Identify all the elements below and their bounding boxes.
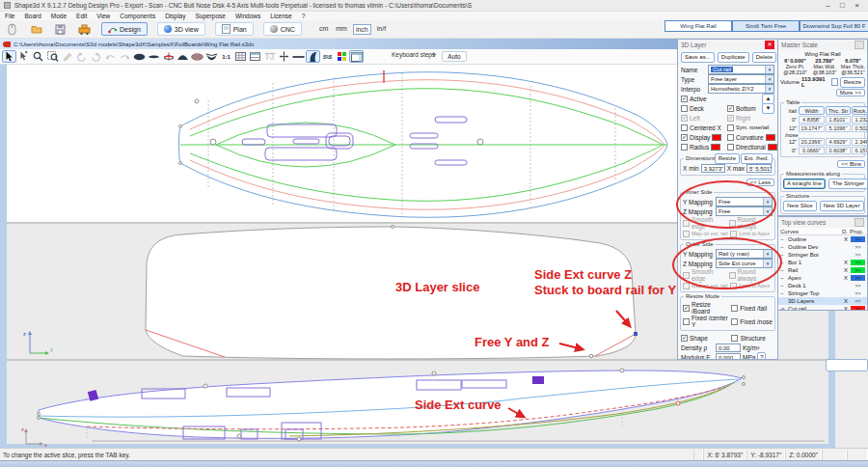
layer-type-combo[interactable]: Free layer▾ xyxy=(708,74,774,84)
curve-row-apex[interactable]: ~ApexX>> xyxy=(778,274,867,282)
table-cell[interactable]: 6.1577" xyxy=(852,147,868,154)
open-folder-icon[interactable] xyxy=(29,23,43,36)
select-multi-icon[interactable] xyxy=(16,50,31,63)
guidelines-icon[interactable] xyxy=(248,50,262,63)
prop-button[interactable]: << xyxy=(851,298,865,304)
btns-toggle-button[interactable]: << Btns xyxy=(837,160,865,168)
rotate-cw-icon[interactable] xyxy=(89,50,103,63)
fixed-tail-checkbox[interactable] xyxy=(731,305,738,312)
tab-wing-flat-rail[interactable]: Wing Flat Rail xyxy=(665,20,732,32)
save-as-button[interactable]: Save as... xyxy=(681,52,715,63)
prop-button[interactable]: >> xyxy=(851,283,865,288)
inner-map-ext-checkbox[interactable] xyxy=(683,231,690,237)
panel-options-icon[interactable] xyxy=(854,41,864,49)
curve-row-deck-1[interactable]: ~Deck 1>> xyxy=(778,282,867,289)
design-mode-button[interactable]: Design xyxy=(101,22,148,36)
unit-in-f[interactable]: in/f xyxy=(375,24,388,35)
slice-outer-control-point[interactable] xyxy=(634,332,637,336)
col-rock-button[interactable]: Rock. Str xyxy=(852,106,868,115)
col-thic-button[interactable]: Thic. Str xyxy=(826,106,851,115)
deck-view-icon[interactable] xyxy=(176,50,190,63)
new-slice-button[interactable]: New Slice xyxy=(783,201,817,211)
cnc-button[interactable]: CNC xyxy=(263,22,302,36)
curve-row-rail[interactable]: ~RailX>> xyxy=(778,266,867,274)
zoom-area-icon[interactable] xyxy=(45,50,60,63)
perspective-view-icon[interactable] xyxy=(204,50,219,63)
table-cell[interactable]: 5.1096" xyxy=(826,124,851,132)
inner-limit-apex-checkbox[interactable] xyxy=(730,231,737,237)
col-width-button[interactable]: Width xyxy=(799,106,825,115)
curve-row-cut-rail[interactable]: ⊗Cut railX>> xyxy=(778,305,867,311)
menu-view[interactable]: View xyxy=(92,13,115,19)
profile-view-icon[interactable] xyxy=(147,50,161,63)
curvature-checkbox[interactable] xyxy=(727,134,734,141)
duplicate-button[interactable]: Duplicate xyxy=(718,52,749,63)
deck-checkbox[interactable] xyxy=(681,105,688,112)
table-cell[interactable]: 0.5029" xyxy=(852,124,868,132)
curve-row-stringer-top[interactable]: ~Stringer Top>> xyxy=(778,289,867,297)
prop-button[interactable]: >> xyxy=(851,290,865,296)
symmetry-icon[interactable] xyxy=(277,50,291,63)
prop-button[interactable]: >> xyxy=(851,236,865,242)
table-cell[interactable]: 1.2327" xyxy=(852,116,868,124)
display-color-swatch[interactable] xyxy=(712,134,721,141)
menu-superpose[interactable]: Superpose xyxy=(190,13,230,19)
resize-board-checkbox[interactable]: ✓ xyxy=(683,305,690,312)
plan-button[interactable]: Plan xyxy=(215,22,254,36)
outline-view-icon[interactable] xyxy=(132,50,147,63)
right-checkbox[interactable]: ✓ xyxy=(727,115,734,122)
directional-checkbox[interactable] xyxy=(727,144,734,151)
curve-row-3d-layers[interactable]: 3D LayersX<< xyxy=(778,297,867,305)
scale-1-1-icon[interactable]: 1:1 xyxy=(219,50,233,63)
layer-interpo-combo[interactable]: Homothetic Z/Y2▾ xyxy=(708,84,774,94)
table-cell[interactable]: 0.6038" xyxy=(826,147,851,154)
unit-mm[interactable]: mm xyxy=(334,24,349,35)
colors-icon[interactable] xyxy=(335,50,349,63)
more-button[interactable]: More >> xyxy=(836,89,865,96)
3d-view-button[interactable]: 3D view xyxy=(157,22,205,36)
stringer-button[interactable]: The Stringer xyxy=(828,179,868,189)
fixed-center-checkbox[interactable] xyxy=(683,318,690,325)
bottom-view-icon[interactable] xyxy=(190,50,204,63)
menu-file[interactable]: File xyxy=(0,13,19,19)
curve-row-stringer-bot[interactable]: ~Stringer Bot>> xyxy=(778,251,867,259)
prop-button[interactable]: >> xyxy=(851,244,865,250)
table-cell[interactable]: 0.0660" xyxy=(799,147,825,154)
tab-simili-twin-free[interactable]: Simili Twin Free xyxy=(732,20,800,32)
prop-button[interactable]: >> xyxy=(851,252,865,258)
menu-mode[interactable]: Mode xyxy=(46,13,71,19)
table-cell[interactable]: 4.6929" xyxy=(826,138,851,146)
new-3d-layer-button[interactable]: New 3D Layer xyxy=(820,201,864,211)
curve-row-bot-1[interactable]: ~Bot 1X>> xyxy=(778,259,867,266)
layer-up-button[interactable]: ▲ xyxy=(762,94,774,104)
export-machine-icon[interactable] xyxy=(77,23,92,36)
prop-button[interactable]: >> xyxy=(851,275,865,281)
modulus-help-button[interactable]: ? xyxy=(757,352,766,360)
menu-windows[interactable]: Windows xyxy=(231,13,265,19)
radius-color-swatch[interactable] xyxy=(711,144,720,151)
xmax-field[interactable]: 5' 5.501" xyxy=(746,164,772,173)
display-checkbox[interactable]: ✓ xyxy=(681,134,688,141)
zoom-icon[interactable] xyxy=(31,50,45,63)
curvature-color-swatch[interactable] xyxy=(766,134,775,141)
slice-free-control-point[interactable] xyxy=(589,354,593,358)
bottom-checkbox[interactable]: ✓ xyxy=(727,105,734,112)
select-cursor-icon[interactable] xyxy=(2,50,16,63)
modulus-field[interactable]: 0.000 xyxy=(716,353,741,360)
delete-button[interactable]: Delete xyxy=(752,52,776,63)
density-field[interactable]: 0.00 xyxy=(716,343,741,352)
maximize-button[interactable]: □ xyxy=(835,0,850,11)
auto-steps-button[interactable]: Auto xyxy=(442,51,467,62)
xmin-field[interactable]: 3.9273" xyxy=(701,164,725,173)
menu-board[interactable]: Board xyxy=(19,13,45,19)
menu-edit[interactable]: Edit xyxy=(71,13,92,19)
tab-downwind-sup-foil[interactable]: Downwind Sup Foil 80 F xyxy=(800,20,868,32)
layer-down-button[interactable]: ▼ xyxy=(762,103,774,114)
centered-x-checkbox[interactable] xyxy=(681,124,688,131)
edit-pencil-icon[interactable] xyxy=(60,50,74,63)
unit-cm[interactable]: cm xyxy=(317,24,330,35)
volume-extra-box[interactable] xyxy=(831,78,838,86)
straight-line-button[interactable]: A straight line xyxy=(783,179,826,189)
structure-checkbox[interactable] xyxy=(731,335,738,342)
close-icon[interactable] xyxy=(854,218,864,227)
